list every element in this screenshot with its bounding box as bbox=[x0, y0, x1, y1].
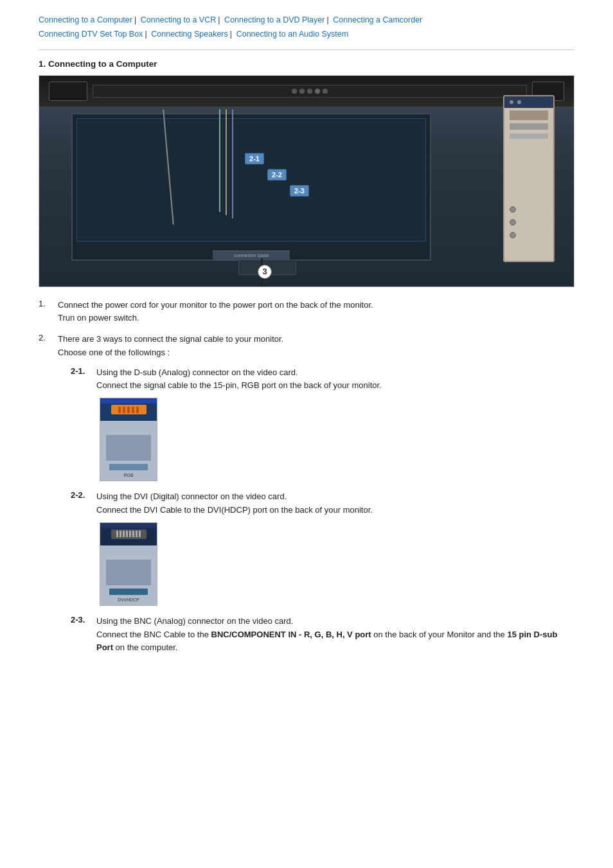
substep-2-1-content: Using the D-sub (Analog) connector on th… bbox=[96, 366, 574, 482]
content-area: 1. Connect the power cord for your monit… bbox=[39, 299, 574, 669]
vga-connector-image: RGB bbox=[100, 398, 157, 481]
substep-2-3-content: Using the BNC (Analog) connector on the … bbox=[96, 615, 574, 660]
substep-2-2-content: Using the DVI (Digital) connector on the… bbox=[96, 490, 574, 606]
substep-2-3: 2-3. Using the BNC (Analog) connector on… bbox=[71, 615, 574, 660]
step-1-text: Connect the power cord for your monitor … bbox=[58, 299, 574, 326]
dvi-pins-container bbox=[111, 529, 147, 539]
dvi-pins-row bbox=[116, 531, 141, 537]
substep-2-1: 2-1. Using the D-sub (Analog) connector … bbox=[71, 366, 574, 482]
vga-pins bbox=[111, 405, 147, 414]
substep-2-2-num: 2-2. bbox=[71, 490, 96, 500]
cable-rgb-g bbox=[226, 109, 227, 215]
dvi-connector-image: DVI/HDCP bbox=[100, 522, 157, 606]
cable-rgb-b bbox=[232, 109, 233, 218]
sub-steps: 2-1. Using the D-sub (Analog) connector … bbox=[71, 366, 574, 660]
step-1-num: 1. bbox=[39, 299, 58, 308]
substep-2-3-num: 2-3. bbox=[71, 615, 96, 624]
substep-2-1-text: Using the D-sub (Analog) connector on th… bbox=[96, 366, 574, 393]
badge-2-2: 2-2 bbox=[267, 169, 287, 181]
nav-link-computer[interactable]: Connecting to a Computer bbox=[39, 15, 132, 24]
nav-link-vcr[interactable]: Connecting to a VCR bbox=[141, 15, 216, 24]
illustration-bg: connector base 2-1 2-2 2-3 3 bbox=[39, 76, 574, 287]
vga-label-bar bbox=[109, 464, 148, 470]
main-illustration: connector base 2-1 2-2 2-3 3 bbox=[39, 75, 574, 287]
nav-link-speakers[interactable]: Connecting Speakers bbox=[151, 30, 228, 39]
badge-2-1: 2-1 bbox=[245, 153, 264, 164]
cable-rgb-r bbox=[219, 109, 220, 212]
badge-2-3: 2-3 bbox=[290, 185, 309, 197]
substep-2-1-num: 2-1. bbox=[71, 366, 96, 376]
vga-small-text: RGB bbox=[123, 473, 133, 477]
step-2-num: 2. bbox=[39, 333, 58, 342]
vga-connector-body: RGB bbox=[100, 421, 157, 481]
step-1: 1. Connect the power cord for your monit… bbox=[39, 299, 574, 326]
steps-list: 1. Connect the power cord for your monit… bbox=[39, 299, 574, 669]
computer-tower bbox=[503, 95, 555, 262]
monitor-body: connector base bbox=[71, 113, 431, 261]
dvi-label-bar bbox=[109, 589, 148, 595]
nav-divider bbox=[39, 49, 574, 50]
step-2-text: There are 3 ways to connect the signal c… bbox=[58, 334, 283, 357]
equipment-bar bbox=[39, 76, 574, 108]
substep-2-2: 2-2. Using the DVI (Digital) connector o… bbox=[71, 490, 574, 606]
dvi-connector-body: DVI/HDCP bbox=[100, 545, 157, 605]
nav-link-dtv[interactable]: Connecting DTV Set Top Box bbox=[39, 30, 143, 39]
nav-links: Connecting to a Computer| Connecting to … bbox=[39, 13, 574, 42]
dvi-connector-top bbox=[100, 523, 157, 545]
nav-link-audio[interactable]: Connecting to an Audio System bbox=[236, 30, 348, 39]
section-title: 1. Connecting to a Computer bbox=[39, 59, 574, 69]
badge-3: 3 bbox=[258, 265, 272, 279]
step-2: 2. There are 3 ways to connect the signa… bbox=[39, 333, 574, 669]
substep-2-3-text: Using the BNC (Analog) connector on the … bbox=[96, 615, 574, 655]
nav-link-camcorder[interactable]: Connecting a Camcorder bbox=[333, 15, 422, 24]
substep-2-2-text: Using the DVI (Digital) connector on the… bbox=[96, 490, 574, 517]
dvi-small-text: DVI/HDCP bbox=[118, 598, 139, 602]
nav-link-dvd[interactable]: Connecting to a DVD Player bbox=[224, 15, 324, 24]
vga-connector-top bbox=[100, 398, 157, 421]
